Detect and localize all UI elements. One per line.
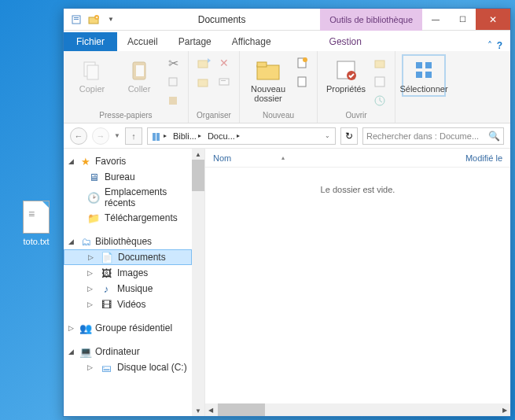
- nav-history-dropdown[interactable]: ▼: [114, 132, 120, 139]
- horizontal-scrollbar[interactable]: ◀ ▶: [205, 403, 510, 416]
- column-header-modified[interactable]: Modifié le: [465, 153, 502, 163]
- select-button[interactable]: Sélectionner: [402, 54, 446, 97]
- qat-new-folder-icon[interactable]: ✦: [86, 12, 101, 28]
- tree-item-desktop[interactable]: 🖥Bureau: [64, 169, 192, 185]
- edit-button[interactable]: [371, 73, 388, 90]
- ribbon-group-open: Propriétés Ouvrir: [318, 51, 395, 123]
- address-dropdown-icon[interactable]: ⌄: [320, 132, 335, 139]
- tab-file[interactable]: Fichier: [64, 32, 117, 51]
- breadcrumb-libraries[interactable]: Bibli...▸: [170, 128, 204, 144]
- tree-homegroup[interactable]: ▷ 👥 Groupe résidentiel: [64, 320, 192, 336]
- homegroup-icon: 👥: [79, 322, 92, 334]
- tree-item-recent[interactable]: 🕑Emplacements récents: [64, 185, 192, 210]
- tab-home[interactable]: Accueil: [117, 31, 168, 51]
- search-input[interactable]: Rechercher dans : Docume... 🔍: [362, 127, 504, 145]
- svg-rect-12: [198, 61, 208, 68]
- nav-forward-button[interactable]: →: [92, 127, 109, 145]
- nav-up-button[interactable]: ↑: [125, 127, 142, 145]
- downloads-icon: 📁: [87, 212, 100, 224]
- ribbon-tabs: Fichier Accueil Partage Affichage Gestio…: [64, 31, 510, 51]
- close-button[interactable]: ✕: [476, 9, 510, 30]
- sidebar-scrollbar[interactable]: ▲ ▼: [192, 149, 204, 416]
- desktop-file-toto[interactable]: toto.txt: [13, 201, 60, 246]
- chevron-right-icon: ▷: [87, 269, 95, 277]
- chevron-right-icon: ▷: [87, 300, 95, 308]
- help-icon[interactable]: ?: [497, 40, 502, 51]
- select-all-icon: [411, 57, 436, 83]
- svg-rect-29: [425, 72, 432, 78]
- scroll-thumb[interactable]: [192, 160, 204, 191]
- open-button[interactable]: [371, 54, 388, 72]
- tree-item-videos[interactable]: ▷🎞Vidéos: [64, 297, 192, 312]
- new-folder-button[interactable]: Nouveau dossier: [246, 54, 290, 106]
- address-bar[interactable]: ▸ Bibli...▸ Docu...▸ ⌄: [147, 127, 336, 145]
- window-controls: — ☐ ✕: [422, 9, 510, 30]
- svg-rect-2: [74, 19, 79, 20]
- scroll-left-icon[interactable]: ◀: [205, 403, 216, 416]
- cut-button[interactable]: ✂: [164, 54, 182, 72]
- tab-view[interactable]: Affichage: [222, 31, 281, 51]
- column-header-name[interactable]: Nom ▴: [213, 153, 465, 163]
- scroll-thumb-h[interactable]: [218, 403, 265, 416]
- history-button[interactable]: [371, 92, 388, 109]
- scroll-up-icon[interactable]: ▲: [192, 149, 204, 160]
- scroll-down-icon[interactable]: ▼: [192, 405, 204, 416]
- tree-item-local-disk[interactable]: ▷🖴Disque local (C:): [64, 359, 192, 375]
- paste-button[interactable]: Coller: [117, 54, 161, 97]
- breadcrumb-libraries-icon[interactable]: ▸: [148, 128, 170, 144]
- properties-button[interactable]: Propriétés: [324, 54, 368, 97]
- window-title: Documents: [123, 14, 320, 25]
- tab-manage[interactable]: Gestion: [319, 31, 372, 51]
- breadcrumb-documents[interactable]: Docu...▸: [204, 128, 243, 144]
- easy-access-button[interactable]: [293, 73, 311, 90]
- copy-button[interactable]: Copier: [70, 54, 114, 97]
- tree-favorites[interactable]: ◢ ★ Favoris: [64, 153, 192, 169]
- svg-rect-9: [136, 65, 144, 76]
- qat-properties-icon[interactable]: [68, 12, 84, 28]
- ribbon: Copier Coller ✂ Presse-papiers: [64, 51, 510, 123]
- rename-button[interactable]: [215, 73, 233, 90]
- chevron-down-icon: ◢: [68, 238, 76, 245]
- ribbon-group-clipboard: Copier Coller ✂ Presse-papiers: [64, 51, 189, 123]
- svg-point-19: [303, 57, 307, 62]
- svg-rect-13: [198, 79, 208, 87]
- chevron-right-icon: ▷: [88, 253, 96, 261]
- ribbon-group-new: Nouveau dossier Nouveau: [240, 51, 318, 123]
- svg-rect-30: [153, 133, 156, 141]
- svg-rect-1: [74, 17, 79, 18]
- qat-dropdown-icon[interactable]: ▼: [103, 12, 119, 28]
- tree-item-documents[interactable]: ▷📄Documents: [64, 249, 192, 265]
- ribbon-collapse-icon[interactable]: ˄: [487, 40, 492, 51]
- move-to-button[interactable]: [195, 54, 212, 72]
- tree-item-downloads[interactable]: 📁Téléchargements: [64, 210, 192, 226]
- chevron-right-icon: ▷: [87, 285, 95, 293]
- chevron-down-icon: ◢: [68, 348, 76, 356]
- copy-path-button[interactable]: [164, 73, 182, 90]
- music-icon: ♪: [100, 282, 112, 295]
- copy-to-button[interactable]: [195, 73, 212, 90]
- content-area: ◢ ★ Favoris 🖥Bureau 🕑Emplacements récent…: [64, 149, 510, 416]
- refresh-button[interactable]: ↻: [340, 127, 358, 145]
- svg-text:✦: ✦: [95, 15, 98, 20]
- tab-share[interactable]: Partage: [168, 31, 222, 51]
- search-icon: 🔍: [488, 131, 500, 142]
- tree-computer[interactable]: ◢ 💻 Ordinateur: [64, 344, 192, 359]
- nav-back-button[interactable]: ←: [70, 127, 87, 145]
- svg-rect-7: [87, 65, 98, 79]
- explorer-window: ✦ ▼ Documents Outils de bibliothèque — ☐…: [63, 8, 511, 417]
- new-item-button[interactable]: [293, 54, 311, 72]
- paste-shortcut-button[interactable]: [164, 92, 182, 109]
- tree-item-images[interactable]: ▷🖼Images: [64, 265, 192, 281]
- scroll-right-icon[interactable]: ▶: [499, 403, 510, 416]
- tree-item-music[interactable]: ▷♪Musique: [64, 281, 192, 297]
- delete-button[interactable]: ✕: [215, 54, 233, 72]
- minimize-button[interactable]: —: [422, 9, 449, 30]
- pictures-icon: 🖼: [100, 267, 112, 279]
- svg-rect-23: [375, 61, 384, 68]
- tree-libraries[interactable]: ◢ 🗂 Bibliothèques: [64, 234, 192, 249]
- ribbon-group-organize: ✕ Organiser: [189, 51, 240, 123]
- maximize-button[interactable]: ☐: [449, 9, 476, 30]
- paste-icon: [127, 57, 152, 83]
- text-file-icon: [23, 201, 50, 234]
- file-list: Nom ▴ Modifié le Le dossier est vide. ◀ …: [205, 149, 510, 416]
